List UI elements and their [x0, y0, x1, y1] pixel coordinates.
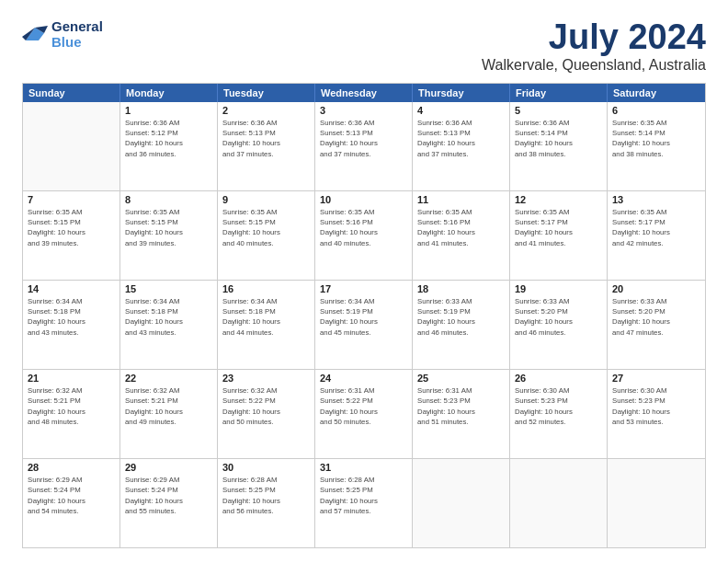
calendar: SundayMondayTuesdayWednesdayThursdayFrid…: [22, 83, 706, 548]
week-row-2: 7Sunrise: 6:35 AM Sunset: 5:15 PM Daylig…: [23, 191, 705, 281]
day-info: Sunrise: 6:33 AM Sunset: 5:20 PM Dayligh…: [612, 296, 700, 338]
day-number: 3: [320, 105, 407, 116]
day-number: 24: [320, 373, 407, 384]
day-number: 11: [417, 194, 505, 205]
day-number: 9: [222, 194, 310, 205]
calendar-cell: 10Sunrise: 6:35 AM Sunset: 5:16 PM Dayli…: [315, 191, 413, 280]
week-row-1: 1Sunrise: 6:36 AM Sunset: 5:12 PM Daylig…: [23, 102, 705, 191]
calendar-cell: 8Sunrise: 6:35 AM Sunset: 5:15 PM Daylig…: [120, 191, 218, 280]
day-number: 22: [125, 373, 212, 384]
day-number: 28: [28, 462, 115, 473]
day-info: Sunrise: 6:36 AM Sunset: 5:12 PM Dayligh…: [125, 118, 212, 159]
header-day-tuesday: Tuesday: [218, 84, 315, 102]
day-number: 1: [125, 105, 212, 116]
day-number: 23: [222, 373, 310, 384]
calendar-cell: 3Sunrise: 6:36 AM Sunset: 5:13 PM Daylig…: [315, 102, 413, 190]
day-number: 4: [417, 105, 505, 116]
day-info: Sunrise: 6:34 AM Sunset: 5:18 PM Dayligh…: [125, 296, 212, 338]
calendar-cell: 7Sunrise: 6:35 AM Sunset: 5:15 PM Daylig…: [23, 191, 120, 280]
calendar-cell: 12Sunrise: 6:35 AM Sunset: 5:17 PM Dayli…: [510, 191, 608, 280]
day-info: Sunrise: 6:32 AM Sunset: 5:21 PM Dayligh…: [28, 385, 115, 427]
calendar-cell: 1Sunrise: 6:36 AM Sunset: 5:12 PM Daylig…: [120, 102, 218, 190]
day-info: Sunrise: 6:32 AM Sunset: 5:22 PM Dayligh…: [222, 385, 310, 427]
week-row-5: 28Sunrise: 6:29 AM Sunset: 5:24 PM Dayli…: [23, 459, 705, 547]
day-number: 5: [515, 105, 602, 116]
calendar-header: SundayMondayTuesdayWednesdayThursdayFrid…: [23, 84, 705, 102]
day-info: Sunrise: 6:35 AM Sunset: 5:17 PM Dayligh…: [612, 207, 700, 248]
day-number: 15: [125, 283, 212, 294]
day-number: 31: [320, 462, 407, 473]
day-number: 27: [612, 373, 700, 384]
calendar-cell: 27Sunrise: 6:30 AM Sunset: 5:23 PM Dayli…: [608, 370, 705, 458]
day-number: 30: [222, 462, 310, 473]
day-info: Sunrise: 6:35 AM Sunset: 5:14 PM Dayligh…: [612, 118, 700, 159]
header-day-wednesday: Wednesday: [315, 84, 413, 102]
day-info: Sunrise: 6:28 AM Sunset: 5:25 PM Dayligh…: [320, 475, 407, 516]
day-info: Sunrise: 6:35 AM Sunset: 5:15 PM Dayligh…: [222, 207, 310, 248]
calendar-cell: [510, 459, 608, 547]
calendar-cell: 14Sunrise: 6:34 AM Sunset: 5:18 PM Dayli…: [23, 281, 120, 369]
day-info: Sunrise: 6:35 AM Sunset: 5:16 PM Dayligh…: [320, 207, 407, 248]
page: General Blue July 2024 Walkervale, Queen…: [0, 0, 728, 563]
header-day-saturday: Saturday: [608, 84, 705, 102]
title-block: July 2024 Walkervale, Queensland, Austra…: [482, 18, 706, 74]
calendar-cell: 21Sunrise: 6:32 AM Sunset: 5:21 PM Dayli…: [23, 370, 120, 458]
day-number: 16: [222, 283, 310, 294]
main-title: July 2024: [482, 18, 706, 57]
header-day-monday: Monday: [120, 84, 218, 102]
day-number: 2: [222, 105, 310, 116]
day-info: Sunrise: 6:31 AM Sunset: 5:23 PM Dayligh…: [417, 385, 505, 427]
day-number: 21: [28, 373, 115, 384]
day-number: 13: [612, 194, 700, 205]
subtitle: Walkervale, Queensland, Australia: [482, 57, 706, 74]
calendar-cell: 23Sunrise: 6:32 AM Sunset: 5:22 PM Dayli…: [218, 370, 315, 458]
day-info: Sunrise: 6:29 AM Sunset: 5:24 PM Dayligh…: [125, 475, 212, 516]
calendar-cell: 25Sunrise: 6:31 AM Sunset: 5:23 PM Dayli…: [413, 370, 510, 458]
calendar-cell: 17Sunrise: 6:34 AM Sunset: 5:19 PM Dayli…: [315, 281, 413, 369]
week-row-3: 14Sunrise: 6:34 AM Sunset: 5:18 PM Dayli…: [23, 281, 705, 370]
day-info: Sunrise: 6:31 AM Sunset: 5:22 PM Dayligh…: [320, 385, 407, 427]
day-info: Sunrise: 6:34 AM Sunset: 5:19 PM Dayligh…: [320, 296, 407, 338]
logo: General Blue: [22, 18, 103, 50]
day-info: Sunrise: 6:35 AM Sunset: 5:15 PM Dayligh…: [125, 207, 212, 248]
calendar-body: 1Sunrise: 6:36 AM Sunset: 5:12 PM Daylig…: [23, 102, 705, 547]
day-info: Sunrise: 6:34 AM Sunset: 5:18 PM Dayligh…: [222, 296, 310, 338]
day-info: Sunrise: 6:28 AM Sunset: 5:25 PM Dayligh…: [222, 475, 310, 516]
day-info: Sunrise: 6:35 AM Sunset: 5:17 PM Dayligh…: [515, 207, 602, 248]
day-number: 8: [125, 194, 212, 205]
header-day-thursday: Thursday: [413, 84, 510, 102]
calendar-cell: 11Sunrise: 6:35 AM Sunset: 5:16 PM Dayli…: [413, 191, 510, 280]
calendar-cell: 19Sunrise: 6:33 AM Sunset: 5:20 PM Dayli…: [510, 281, 608, 369]
day-info: Sunrise: 6:30 AM Sunset: 5:23 PM Dayligh…: [515, 385, 602, 427]
day-info: Sunrise: 6:30 AM Sunset: 5:23 PM Dayligh…: [612, 385, 700, 427]
day-number: 25: [417, 373, 505, 384]
day-info: Sunrise: 6:35 AM Sunset: 5:16 PM Dayligh…: [417, 207, 505, 248]
day-info: Sunrise: 6:33 AM Sunset: 5:20 PM Dayligh…: [515, 296, 602, 338]
calendar-cell: 29Sunrise: 6:29 AM Sunset: 5:24 PM Dayli…: [120, 459, 218, 547]
header: General Blue July 2024 Walkervale, Queen…: [22, 18, 706, 74]
calendar-cell: 20Sunrise: 6:33 AM Sunset: 5:20 PM Dayli…: [608, 281, 705, 369]
calendar-cell: 13Sunrise: 6:35 AM Sunset: 5:17 PM Dayli…: [608, 191, 705, 280]
calendar-cell: [608, 459, 705, 547]
calendar-cell: 5Sunrise: 6:36 AM Sunset: 5:14 PM Daylig…: [510, 102, 608, 190]
day-info: Sunrise: 6:35 AM Sunset: 5:15 PM Dayligh…: [28, 207, 115, 248]
day-number: 26: [515, 373, 602, 384]
header-day-sunday: Sunday: [23, 84, 120, 102]
calendar-cell: 22Sunrise: 6:32 AM Sunset: 5:21 PM Dayli…: [120, 370, 218, 458]
day-number: 6: [612, 105, 700, 116]
day-number: 20: [612, 283, 700, 294]
day-number: 12: [515, 194, 602, 205]
day-number: 7: [28, 194, 115, 205]
day-info: Sunrise: 6:33 AM Sunset: 5:19 PM Dayligh…: [417, 296, 505, 338]
calendar-cell: 4Sunrise: 6:36 AM Sunset: 5:13 PM Daylig…: [413, 102, 510, 190]
day-info: Sunrise: 6:34 AM Sunset: 5:18 PM Dayligh…: [28, 296, 115, 338]
calendar-cell: 2Sunrise: 6:36 AM Sunset: 5:13 PM Daylig…: [218, 102, 315, 190]
header-day-friday: Friday: [510, 84, 608, 102]
calendar-cell: [23, 102, 120, 190]
day-info: Sunrise: 6:36 AM Sunset: 5:14 PM Dayligh…: [515, 118, 602, 159]
logo-text: General Blue: [51, 18, 103, 50]
day-info: Sunrise: 6:36 AM Sunset: 5:13 PM Dayligh…: [222, 118, 310, 159]
day-number: 19: [515, 283, 602, 294]
day-number: 29: [125, 462, 212, 473]
logo-icon: [22, 24, 48, 44]
